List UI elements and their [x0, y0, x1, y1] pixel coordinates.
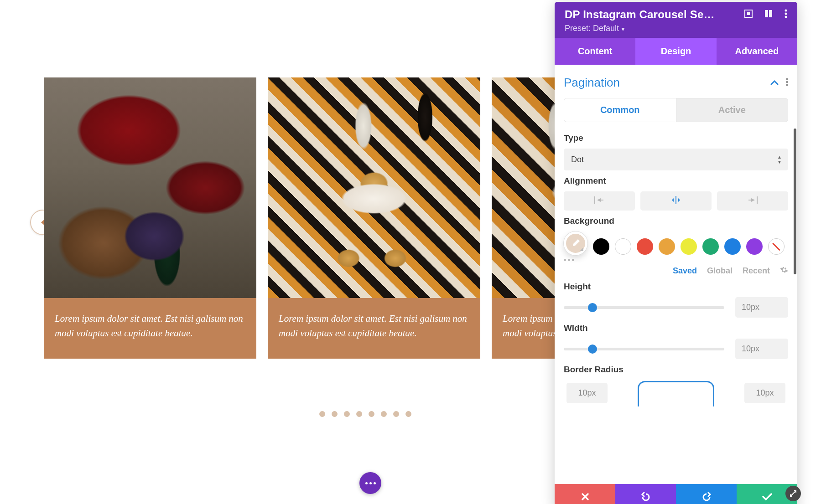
expand-icon[interactable] [744, 10, 753, 20]
align-center-icon [671, 196, 681, 206]
section-menu-icon[interactable] [786, 78, 788, 88]
svg-rect-12 [676, 196, 676, 204]
palette-settings-icon[interactable] [780, 266, 788, 276]
snap-icon[interactable] [764, 10, 773, 20]
tab-design[interactable]: Design [635, 38, 716, 65]
pagination-dot[interactable] [332, 411, 338, 417]
carousel-card[interactable]: Lorem ipsum dolor sit amet. Est nisi gal… [44, 77, 256, 359]
slider-thumb[interactable] [588, 345, 597, 354]
collapse-icon[interactable] [770, 79, 779, 87]
card-caption: Lorem ipsum dolor sit amet. Est nisi gal… [268, 298, 480, 359]
pagination-dot[interactable] [393, 411, 399, 417]
carousel-card[interactable]: Lorem ipsum dolor sit amet. Est nisi gal… [268, 77, 480, 359]
pagination-dot[interactable] [381, 411, 387, 417]
pagination-dot[interactable] [405, 411, 411, 417]
panel-body[interactable]: Pagination Common Active Type Dot [555, 65, 797, 484]
module-settings-panel: DP Instagram Carousel Sett... Preset: De… [555, 2, 797, 504]
radius-top-right-input[interactable] [744, 383, 785, 403]
panel-menu-icon[interactable] [785, 9, 787, 20]
svg-rect-13 [757, 196, 758, 204]
resize-handle-icon[interactable] [785, 486, 801, 501]
section-title-pagination[interactable]: Pagination [564, 76, 620, 90]
slider-thumb[interactable] [588, 303, 597, 312]
panel-title: DP Instagram Carousel Sett... [565, 8, 715, 21]
svg-rect-1 [747, 12, 750, 15]
svg-rect-2 [765, 10, 768, 17]
scrollbar-thumb[interactable] [794, 129, 796, 274]
tab-advanced[interactable]: Advanced [717, 38, 797, 65]
color-swatch-purple[interactable] [746, 238, 763, 255]
color-swatch-blue[interactable] [724, 238, 741, 255]
color-picker-button[interactable] [564, 231, 587, 255]
color-swatch-red[interactable] [637, 238, 653, 255]
width-slider[interactable] [564, 348, 724, 350]
align-left-button[interactable] [564, 191, 635, 211]
svg-point-4 [785, 10, 787, 12]
undo-button[interactable] [615, 484, 676, 504]
card-caption: Lorem ipsum dolor sit amet. Est nisi gal… [492, 298, 564, 359]
align-right-button[interactable] [717, 191, 788, 211]
label-height: Height [564, 282, 788, 292]
palette-saved-link[interactable]: Saved [673, 266, 697, 276]
svg-point-7 [786, 78, 788, 80]
carousel-card[interactable]: Lorem ipsum dolor sit amet. Est nisi gal… [492, 77, 564, 359]
align-left-icon [594, 196, 604, 206]
radius-top-left-input[interactable] [566, 383, 608, 403]
tab-content[interactable]: Content [555, 38, 635, 65]
label-alignment: Alignment [564, 176, 788, 186]
panel-footer [555, 484, 797, 504]
label-width: Width [564, 323, 788, 333]
card-image [492, 77, 564, 298]
align-right-icon [748, 196, 758, 206]
pagination-dot[interactable] [356, 411, 362, 417]
height-input[interactable] [735, 297, 788, 318]
card-image [268, 77, 480, 298]
align-center-button[interactable] [640, 191, 712, 211]
settings-tabs: Content Design Advanced [555, 38, 797, 65]
card-caption: Lorem ipsum dolor sit amet. Est nisi gal… [44, 298, 256, 359]
color-swatch-black[interactable] [593, 238, 609, 255]
instagram-carousel: Lorem ipsum dolor sit amet. Est nisi gal… [44, 77, 564, 359]
svg-rect-10 [594, 196, 595, 204]
palette-global-link[interactable]: Global [707, 266, 733, 276]
subtab-active[interactable]: Active [676, 98, 789, 122]
color-swatch-orange[interactable] [659, 238, 675, 255]
svg-point-5 [785, 13, 787, 15]
color-swatch-none[interactable] [768, 238, 785, 255]
palette-recent-link[interactable]: Recent [743, 266, 770, 276]
color-swatch-yellow[interactable] [681, 238, 697, 255]
radius-preview [638, 381, 714, 406]
pagination-dot[interactable] [319, 411, 325, 417]
svg-point-9 [786, 84, 788, 86]
carousel-pagination [319, 411, 411, 417]
pagination-dot[interactable] [344, 411, 350, 417]
subtab-common[interactable]: Common [564, 98, 676, 122]
editor-canvas: Lorem ipsum dolor sit amet. Est nisi gal… [0, 0, 821, 504]
svg-rect-11 [600, 200, 603, 201]
svg-point-6 [785, 16, 787, 18]
panel-header[interactable]: DP Instagram Carousel Sett... Preset: De… [555, 2, 797, 38]
height-slider[interactable] [564, 306, 724, 309]
builder-fab-button[interactable] [359, 472, 381, 494]
card-image [44, 77, 256, 298]
svg-rect-14 [748, 200, 752, 201]
width-input[interactable] [735, 339, 788, 359]
pagination-subtabs: Common Active [564, 98, 788, 122]
redo-button[interactable] [676, 484, 737, 504]
svg-rect-3 [769, 10, 772, 17]
pagination-dot[interactable] [369, 411, 374, 417]
label-border-radius: Border Radius [564, 365, 788, 375]
color-swatch-white[interactable] [615, 238, 631, 255]
picker-more-icon[interactable] [564, 259, 587, 261]
svg-point-8 [786, 81, 788, 82]
type-select[interactable]: Dot [564, 149, 788, 170]
carousel-track: Lorem ipsum dolor sit amet. Est nisi gal… [44, 77, 564, 359]
color-swatch-green[interactable] [702, 238, 719, 255]
preset-label: Preset: Default [565, 24, 619, 33]
label-type: Type [564, 133, 788, 143]
label-background: Background [564, 216, 788, 226]
preset-selector[interactable]: Preset: Default▼ [565, 24, 787, 33]
cancel-button[interactable] [555, 484, 615, 504]
